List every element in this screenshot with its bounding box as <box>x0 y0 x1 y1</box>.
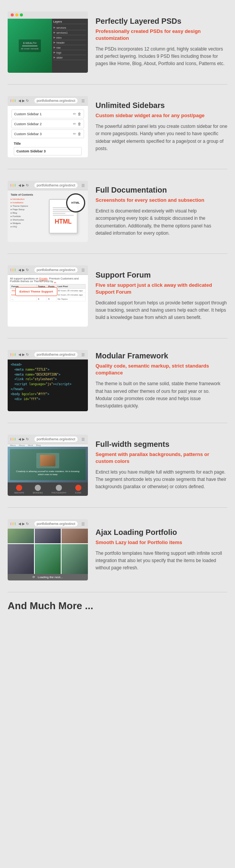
dot-yellow-4 <box>13 268 13 271</box>
seg-icon-2: BRANDING <box>33 485 43 494</box>
docs-body: Extinct is documented extensively with v… <box>96 208 227 237</box>
refresh-icon-6: ↻ <box>26 437 29 441</box>
refresh-icon-4: ↻ <box>26 268 29 272</box>
code-block: <head> <meta name="TITLE"> <meta name="D… <box>8 360 88 411</box>
delete-icon-1: 🗑 <box>78 112 81 116</box>
menu-icon-3: ☰ <box>81 183 85 188</box>
portfolio-subtitle: Smooth Lazy load for Portfolio items <box>96 539 227 546</box>
code-line-7: <body bgcolor="#fff"> <box>11 392 85 397</box>
portfolio-title: Ajax Loading Portfolio <box>96 528 227 537</box>
portfolio-cell-2 <box>35 529 61 543</box>
documentation-text: Full Documentation Screenshots for every… <box>96 186 227 237</box>
sidebars-image: ◀ ▶ ↻ portfoliotheme.org/extinct ☰ Custo… <box>8 96 88 157</box>
seg-circle-3 <box>56 485 62 491</box>
psd-layer-item: ▶header <box>53 40 87 45</box>
back-arrow-3: ◀ <box>18 183 21 187</box>
portfolio-body: The portfolio templates have filtering s… <box>96 550 227 572</box>
psd-layer-item: ▶services1 <box>53 30 87 35</box>
dot-yellow-7 <box>13 522 13 525</box>
psd-layers-panel: $ WEALTH alt smart nomads Layers ▶servic… <box>8 19 88 73</box>
support-body: Dedicated support forum helps us provide… <box>96 299 227 322</box>
loading-text: Loading the next... <box>38 575 63 579</box>
sidebars-body: The powerful admin panel lets you create… <box>96 123 227 152</box>
browser-portfolio: ◀ ▶ ↻ portfoliotheme.org/extinct ☰ <box>8 519 88 580</box>
fullwidth-content: Menu About Work Blog Creativity is allow… <box>8 444 88 496</box>
sidebar-label-3: Custom Sidebar 3 <box>14 132 42 136</box>
segment-mock: Menu About Work Blog Creativity is allow… <box>8 444 88 496</box>
portfolio-section: ◀ ▶ ↻ portfoliotheme.org/extinct ☰ <box>0 508 235 592</box>
support-row-3: ... 3 5 No Topics <box>10 297 86 301</box>
portfolio-content: ⟳ Loading the next... <box>8 529 88 580</box>
code-line-2: <meta name="TITLE"> <box>11 368 85 373</box>
menu-icon: ☰ <box>81 99 85 103</box>
back-arrow-7: ◀ <box>18 522 21 526</box>
back-arrow-4: ◀ <box>18 268 21 272</box>
th-last: Last Post <box>56 284 85 289</box>
browser-bar-sidebars: ◀ ▶ ↻ portfoliotheme.org/extinct ☰ <box>8 96 88 106</box>
refresh-icon-3: ↻ <box>26 183 29 187</box>
docs-title: Full Documentation <box>96 186 227 195</box>
browser-url-support: portfoliotheme.org/extinct <box>34 267 78 273</box>
menu-icon-5: ☰ <box>81 353 85 357</box>
modular-subtitle: Quality code, semantic markup, strict st… <box>96 363 227 376</box>
support-text: Support Forum Five star support just a c… <box>96 271 227 322</box>
browser-docs: ◀ ▶ ↻ portfoliotheme.org/extinct ☰ Table… <box>8 181 88 242</box>
browser-bar-support: ◀ ▶ ↻ portfoliotheme.org/extinct ☰ <box>8 265 88 275</box>
code-line-3: <meta name="DESCRIPTION"> <box>11 373 85 378</box>
psd-image: $ WEALTH alt smart nomads Layers ▶servic… <box>8 11 88 73</box>
last-post-3: No Topics <box>56 297 85 301</box>
dot-yellow-2 <box>13 99 13 102</box>
browser-bar-docs: ◀ ▶ ↻ portfoliotheme.org/extinct ☰ <box>8 181 88 190</box>
code-line-8: <div id="fff"> <box>11 397 85 402</box>
browser-bar-modular: ◀ ▶ ↻ portfoliotheme.org/extinct ☰ <box>8 350 88 360</box>
psd-section: $ WEALTH alt smart nomads Layers ▶servic… <box>0 0 235 84</box>
sidebars-section: Unlimited Sidebars Custom sidebar widget… <box>0 85 235 169</box>
edit-icon-2: ✏ <box>73 122 76 126</box>
back-arrow-6: ◀ <box>18 437 21 441</box>
browser-url-portfolio: portfoliotheme.org/extinct <box>34 521 78 526</box>
sidebar-row-title: Custom Sidebar 3 <box>14 147 82 155</box>
browser-url-fullwidth: portfoliotheme.org/extinct <box>34 436 78 442</box>
seg-icon-3: PHOTOGRAPHY <box>52 485 66 494</box>
sidebar-label-2: Custom Sidebar 2 <box>14 122 42 126</box>
magnify-circle: HTML <box>66 193 85 213</box>
portfolio-cell-5 <box>35 544 61 574</box>
seg-icon-1: WEB APPS <box>14 485 24 494</box>
nav-arrows-3: ◀ ▶ ↻ <box>18 183 29 187</box>
documentation-image: ◀ ▶ ↻ portfoliotheme.org/extinct ☰ Table… <box>8 181 88 242</box>
seg-label-4: ICONS <box>75 492 81 494</box>
sidebar-list: Custom Sidebar 1 ✏ 🗑 Custom Sidebar 2 ✏ … <box>8 106 88 157</box>
docs-content: Table of Contents ▸ Introduction ▸ Insta… <box>8 190 88 242</box>
dot-red-7 <box>11 522 11 525</box>
fullwidth-image: ◀ ▶ ↻ portfoliotheme.org/extinct ☰ Menu … <box>8 435 88 496</box>
portfolio-cell-6 <box>62 544 88 574</box>
dot-red-2 <box>11 99 11 102</box>
support-section: Support Forum Five star support just a c… <box>0 254 235 338</box>
sidebar-row-2: Custom Sidebar 2 ✏ 🗑 <box>11 119 84 128</box>
sidebars-subtitle: Custom sidebar widget area for any post/… <box>96 112 227 119</box>
sidebar-icons-2: ✏ 🗑 <box>73 122 81 126</box>
dot-yellow-6 <box>13 438 13 441</box>
sidebars-text: Unlimited Sidebars Custom sidebar widget… <box>96 101 227 152</box>
sidebar-icons-1: ✏ 🗑 <box>73 112 81 116</box>
fullwidth-body: Extinct lets you have multiple full widt… <box>96 469 227 491</box>
dot-green-3 <box>15 184 15 187</box>
seg-label-3: PHOTOGRAPHY <box>52 492 66 494</box>
refresh-icon: ↻ <box>26 99 29 103</box>
seg-circle-2 <box>35 485 41 491</box>
dot-red-3 <box>11 184 11 187</box>
fullwidth-section: Full-width segments Segment with paralla… <box>0 423 235 507</box>
portfolio-grid <box>8 529 88 574</box>
refresh-icon-5: ↻ <box>26 353 29 356</box>
dot-yellow <box>15 13 18 16</box>
segment-hero: Creativity is allowing yourself to make … <box>8 447 88 482</box>
dot-red <box>11 13 14 16</box>
sidebar-label-1: Custom Sidebar 1 <box>14 112 42 116</box>
nav-arrows-7: ◀ ▶ ↻ <box>18 522 29 526</box>
forward-arrow-3: ▶ <box>22 183 25 187</box>
modular-image: ◀ ▶ ↻ portfoliotheme.org/extinct ☰ <head… <box>8 350 88 411</box>
dot-red-6 <box>11 438 11 441</box>
delete-icon-3: 🗑 <box>78 132 81 136</box>
menu-icon-6: ☰ <box>81 437 85 441</box>
portfolio-cell-3 <box>62 529 88 543</box>
